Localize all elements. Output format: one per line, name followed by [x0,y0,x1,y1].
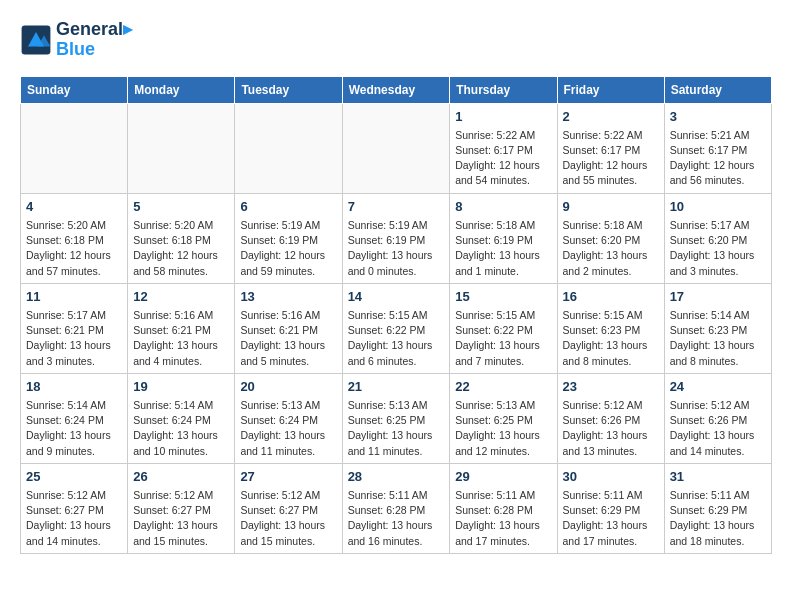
calendar-cell: 9Sunrise: 5:18 AM Sunset: 6:20 PM Daylig… [557,193,664,283]
day-info: Sunrise: 5:12 AM Sunset: 6:26 PM Dayligh… [670,398,766,459]
calendar-cell: 4Sunrise: 5:20 AM Sunset: 6:18 PM Daylig… [21,193,128,283]
day-info: Sunrise: 5:17 AM Sunset: 6:20 PM Dayligh… [670,218,766,279]
logo: General▸ Blue [20,20,132,60]
day-info: Sunrise: 5:11 AM Sunset: 6:28 PM Dayligh… [348,488,445,549]
logo-icon [20,24,52,56]
day-info: Sunrise: 5:14 AM Sunset: 6:24 PM Dayligh… [26,398,122,459]
calendar-cell: 13Sunrise: 5:16 AM Sunset: 6:21 PM Dayli… [235,283,342,373]
calendar-cell: 12Sunrise: 5:16 AM Sunset: 6:21 PM Dayli… [128,283,235,373]
calendar-table: SundayMondayTuesdayWednesdayThursdayFrid… [20,76,772,554]
day-info: Sunrise: 5:20 AM Sunset: 6:18 PM Dayligh… [133,218,229,279]
day-number: 31 [670,468,766,486]
day-info: Sunrise: 5:12 AM Sunset: 6:27 PM Dayligh… [133,488,229,549]
calendar-week-row: 11Sunrise: 5:17 AM Sunset: 6:21 PM Dayli… [21,283,772,373]
day-info: Sunrise: 5:12 AM Sunset: 6:27 PM Dayligh… [240,488,336,549]
weekday-header-saturday: Saturday [664,76,771,103]
day-info: Sunrise: 5:19 AM Sunset: 6:19 PM Dayligh… [240,218,336,279]
day-info: Sunrise: 5:18 AM Sunset: 6:19 PM Dayligh… [455,218,551,279]
day-number: 8 [455,198,551,216]
calendar-cell: 11Sunrise: 5:17 AM Sunset: 6:21 PM Dayli… [21,283,128,373]
calendar-cell: 16Sunrise: 5:15 AM Sunset: 6:23 PM Dayli… [557,283,664,373]
weekday-header-monday: Monday [128,76,235,103]
day-number: 21 [348,378,445,396]
calendar-cell: 29Sunrise: 5:11 AM Sunset: 6:28 PM Dayli… [450,463,557,553]
calendar-cell: 30Sunrise: 5:11 AM Sunset: 6:29 PM Dayli… [557,463,664,553]
calendar-cell: 20Sunrise: 5:13 AM Sunset: 6:24 PM Dayli… [235,373,342,463]
calendar-cell: 19Sunrise: 5:14 AM Sunset: 6:24 PM Dayli… [128,373,235,463]
day-number: 4 [26,198,122,216]
day-info: Sunrise: 5:21 AM Sunset: 6:17 PM Dayligh… [670,128,766,189]
day-info: Sunrise: 5:11 AM Sunset: 6:29 PM Dayligh… [563,488,659,549]
day-number: 10 [670,198,766,216]
weekday-header-wednesday: Wednesday [342,76,450,103]
calendar-cell: 24Sunrise: 5:12 AM Sunset: 6:26 PM Dayli… [664,373,771,463]
logo-text: General▸ Blue [56,20,132,60]
weekday-header-sunday: Sunday [21,76,128,103]
calendar-cell: 31Sunrise: 5:11 AM Sunset: 6:29 PM Dayli… [664,463,771,553]
calendar-cell: 5Sunrise: 5:20 AM Sunset: 6:18 PM Daylig… [128,193,235,283]
day-info: Sunrise: 5:17 AM Sunset: 6:21 PM Dayligh… [26,308,122,369]
day-number: 23 [563,378,659,396]
day-info: Sunrise: 5:18 AM Sunset: 6:20 PM Dayligh… [563,218,659,279]
day-info: Sunrise: 5:15 AM Sunset: 6:23 PM Dayligh… [563,308,659,369]
page-header: General▸ Blue [20,20,772,60]
day-info: Sunrise: 5:14 AM Sunset: 6:23 PM Dayligh… [670,308,766,369]
day-info: Sunrise: 5:16 AM Sunset: 6:21 PM Dayligh… [133,308,229,369]
day-number: 2 [563,108,659,126]
day-number: 17 [670,288,766,306]
calendar-cell: 17Sunrise: 5:14 AM Sunset: 6:23 PM Dayli… [664,283,771,373]
day-info: Sunrise: 5:11 AM Sunset: 6:28 PM Dayligh… [455,488,551,549]
calendar-cell: 3Sunrise: 5:21 AM Sunset: 6:17 PM Daylig… [664,103,771,193]
day-number: 20 [240,378,336,396]
day-number: 14 [348,288,445,306]
day-number: 6 [240,198,336,216]
day-info: Sunrise: 5:15 AM Sunset: 6:22 PM Dayligh… [348,308,445,369]
calendar-cell: 10Sunrise: 5:17 AM Sunset: 6:20 PM Dayli… [664,193,771,283]
calendar-cell [235,103,342,193]
day-info: Sunrise: 5:16 AM Sunset: 6:21 PM Dayligh… [240,308,336,369]
calendar-week-row: 25Sunrise: 5:12 AM Sunset: 6:27 PM Dayli… [21,463,772,553]
calendar-body: 1Sunrise: 5:22 AM Sunset: 6:17 PM Daylig… [21,103,772,553]
day-info: Sunrise: 5:12 AM Sunset: 6:27 PM Dayligh… [26,488,122,549]
day-number: 24 [670,378,766,396]
day-number: 29 [455,468,551,486]
day-number: 11 [26,288,122,306]
calendar-cell: 6Sunrise: 5:19 AM Sunset: 6:19 PM Daylig… [235,193,342,283]
day-info: Sunrise: 5:15 AM Sunset: 6:22 PM Dayligh… [455,308,551,369]
calendar-cell: 22Sunrise: 5:13 AM Sunset: 6:25 PM Dayli… [450,373,557,463]
calendar-cell: 7Sunrise: 5:19 AM Sunset: 6:19 PM Daylig… [342,193,450,283]
calendar-cell: 18Sunrise: 5:14 AM Sunset: 6:24 PM Dayli… [21,373,128,463]
day-number: 5 [133,198,229,216]
day-number: 18 [26,378,122,396]
day-number: 1 [455,108,551,126]
day-number: 26 [133,468,229,486]
day-number: 3 [670,108,766,126]
day-number: 16 [563,288,659,306]
day-info: Sunrise: 5:19 AM Sunset: 6:19 PM Dayligh… [348,218,445,279]
day-number: 7 [348,198,445,216]
calendar-cell: 27Sunrise: 5:12 AM Sunset: 6:27 PM Dayli… [235,463,342,553]
day-number: 27 [240,468,336,486]
calendar-cell [342,103,450,193]
day-number: 15 [455,288,551,306]
day-info: Sunrise: 5:22 AM Sunset: 6:17 PM Dayligh… [563,128,659,189]
day-number: 25 [26,468,122,486]
weekday-header-thursday: Thursday [450,76,557,103]
calendar-week-row: 18Sunrise: 5:14 AM Sunset: 6:24 PM Dayli… [21,373,772,463]
weekday-header-tuesday: Tuesday [235,76,342,103]
calendar-cell: 26Sunrise: 5:12 AM Sunset: 6:27 PM Dayli… [128,463,235,553]
calendar-cell: 1Sunrise: 5:22 AM Sunset: 6:17 PM Daylig… [450,103,557,193]
day-number: 9 [563,198,659,216]
calendar-cell: 23Sunrise: 5:12 AM Sunset: 6:26 PM Dayli… [557,373,664,463]
day-number: 22 [455,378,551,396]
day-number: 28 [348,468,445,486]
calendar-cell: 2Sunrise: 5:22 AM Sunset: 6:17 PM Daylig… [557,103,664,193]
calendar-header-row: SundayMondayTuesdayWednesdayThursdayFrid… [21,76,772,103]
calendar-week-row: 4Sunrise: 5:20 AM Sunset: 6:18 PM Daylig… [21,193,772,283]
day-number: 19 [133,378,229,396]
calendar-cell: 28Sunrise: 5:11 AM Sunset: 6:28 PM Dayli… [342,463,450,553]
weekday-header-friday: Friday [557,76,664,103]
calendar-cell: 8Sunrise: 5:18 AM Sunset: 6:19 PM Daylig… [450,193,557,283]
calendar-cell: 14Sunrise: 5:15 AM Sunset: 6:22 PM Dayli… [342,283,450,373]
day-info: Sunrise: 5:13 AM Sunset: 6:25 PM Dayligh… [348,398,445,459]
